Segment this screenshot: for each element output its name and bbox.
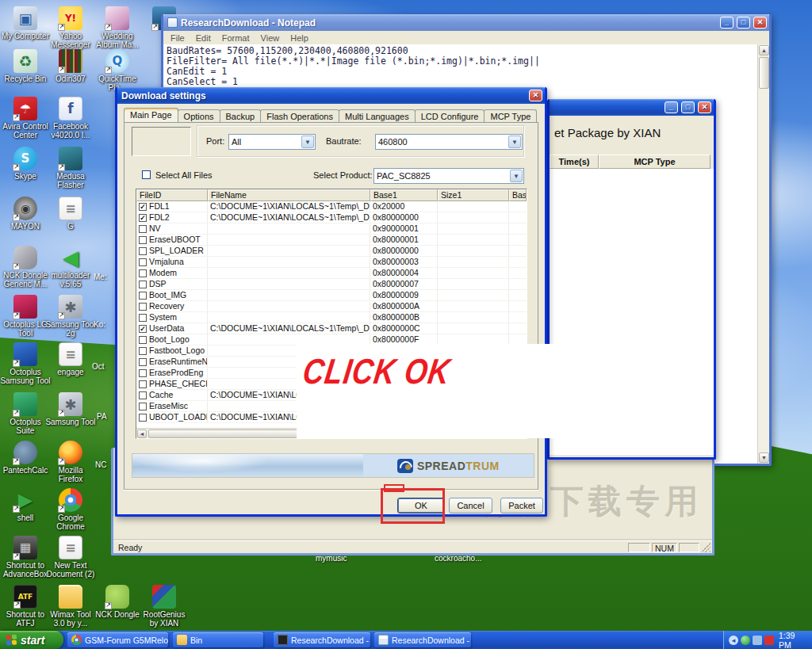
row-checkbox[interactable] — [139, 336, 147, 344]
chevron-down-icon[interactable]: ▼ — [301, 136, 314, 148]
table-row[interactable]: SPL_LOADER0x80000000 — [136, 246, 527, 257]
row-checkbox[interactable]: ✓ — [139, 325, 147, 333]
scroll-left-icon[interactable]: ◄ — [137, 429, 147, 438]
desktop-icon-pantechcalc[interactable]: PantechCalc — [0, 441, 51, 475]
desktop-icon-engage[interactable]: engage — [45, 342, 96, 376]
desktop-icon-samsung-tool-2g[interactable]: Samsung Tool 2g — [45, 295, 96, 338]
tab-lcd-configure[interactable]: LCD Configure — [415, 109, 485, 122]
network-icon[interactable] — [753, 636, 762, 645]
desktop-icon-wimax-tool-3-0-by-y[interactable]: Wimax Tool 3.0 by y... — [45, 585, 96, 628]
row-checkbox[interactable] — [139, 247, 147, 255]
product-combobox[interactable]: PAC_SC8825 ▼ — [373, 168, 524, 184]
menu-view[interactable]: View — [255, 32, 285, 44]
dialog-titlebar[interactable]: Download settings ✕ — [117, 87, 545, 104]
column-header-size1[interactable]: Size1 — [438, 189, 509, 201]
minimize-button[interactable]: _ — [720, 17, 733, 29]
notepad-titlebar[interactable]: ResearchDownload - Notepad _ □ ✕ — [163, 14, 769, 31]
desktop-icon-shortcut-to-atfj[interactable]: Shortcut to ATFJ — [0, 585, 51, 628]
desktop-icon-nck-dongle[interactable]: NCK Dongle — [92, 585, 143, 619]
table-row[interactable]: EraseUBOOT0x80000001 — [136, 235, 527, 246]
minimize-button[interactable]: _ — [665, 101, 678, 113]
row-checkbox[interactable] — [139, 358, 147, 366]
table-row[interactable]: ✓FDL1C:\DOCUME~1\XIAN\LOCALS~1\Temp\_Dow… — [136, 201, 527, 212]
row-checkbox[interactable] — [139, 347, 147, 355]
desktop-icon-multiloader-v-5-65[interactable]: multiloader v.5.65 — [45, 246, 96, 288]
row-checkbox[interactable] — [139, 380, 147, 388]
tab-mcp-type[interactable]: MCP Type — [484, 109, 537, 122]
table-row[interactable]: Recovery0x8000000A — [136, 301, 527, 312]
close-button[interactable]: ✕ — [753, 17, 767, 29]
select-all-checkbox[interactable] — [142, 170, 151, 179]
scroll-thumb[interactable] — [759, 57, 769, 89]
start-button[interactable]: start — [0, 631, 63, 649]
taskbar-button-gsm-forum-g5mrelo[interactable]: GSM-Forum G5MRelo... — [67, 632, 168, 647]
table-row[interactable]: System0x8000000B — [136, 312, 527, 323]
column-header-base2[interactable]: Base2 — [509, 189, 527, 201]
row-checkbox[interactable] — [139, 314, 147, 322]
packet-titlebar[interactable]: _ □ ✕ — [550, 99, 714, 116]
tab-flash-operations[interactable]: Flash Operations — [260, 109, 339, 122]
column-header-filename[interactable]: FileName — [208, 189, 370, 201]
desktop-icon-shell[interactable]: shell — [0, 488, 51, 522]
row-checkbox[interactable] — [139, 303, 147, 311]
table-row[interactable]: ✓FDL2C:\DOCUME~1\XIAN\LOCALS~1\Temp\_Dow… — [136, 212, 527, 223]
packet-button[interactable]: Packet — [500, 498, 543, 513]
row-checkbox[interactable]: ✓ — [139, 214, 147, 222]
taskbar-button-bin[interactable]: Bin — [173, 632, 263, 647]
row-checkbox[interactable] — [139, 269, 147, 277]
alert-icon[interactable] — [764, 636, 774, 645]
packet-column-mcp-type[interactable]: MCP Type — [599, 155, 710, 169]
desktop-icon-samsung-tool[interactable]: Samsung Tool — [45, 392, 96, 426]
desktop-icon-shortcut-to-advancebox[interactable]: Shortcut to AdvanceBox — [0, 536, 51, 578]
hide-chevron-icon[interactable]: ◂ — [729, 636, 738, 645]
menu-help[interactable]: Help — [285, 32, 314, 44]
chevron-down-icon[interactable]: ▼ — [510, 170, 523, 182]
table-row[interactable]: ✓UserDataC:\DOCUME~1\XIAN\LOCALS~1\Temp\… — [136, 323, 527, 334]
desktop-icon-facebook-v4020-0-l[interactable]: Facebook v4020.0 l... — [45, 97, 96, 139]
desktop-icon-recycle-bin[interactable]: Recycle Bin — [0, 49, 51, 83]
column-header-fileid[interactable]: FileID — [136, 189, 208, 201]
close-button[interactable]: ✕ — [698, 101, 711, 113]
desktop-icon-quicktime-pla[interactable]: QuickTime Pla... — [92, 49, 143, 92]
column-header-base1[interactable]: Base1 — [370, 189, 438, 201]
desktop-icon-octoplus-lg-tool[interactable]: Octoplus LG Tool — [0, 295, 51, 338]
maximize-button[interactable]: □ — [681, 101, 695, 113]
row-checkbox[interactable] — [139, 236, 147, 244]
menu-file[interactable]: File — [165, 32, 190, 44]
desktop-icon-wedding-album-ma[interactable]: Wedding Album Ma... — [92, 6, 143, 49]
tab-options[interactable]: Options — [178, 109, 220, 122]
desktop-icon-yahoo-messenger[interactable]: Yahoo Messenger — [45, 6, 96, 49]
packet-column-time-s[interactable]: Time(s) — [550, 155, 599, 169]
tab-multi-languages[interactable]: Multi Languages — [339, 109, 416, 122]
table-row[interactable]: Vmjaluna0x80000003 — [136, 257, 527, 268]
messenger-status-icon[interactable] — [741, 636, 750, 645]
resize-grip[interactable] — [701, 543, 710, 552]
table-row[interactable]: Modem0x80000004 — [136, 268, 527, 279]
table-row[interactable]: DSP0x80000007 — [136, 279, 527, 290]
desktop-icon-new-text-document-2[interactable]: New Text Document (2) — [45, 536, 96, 578]
maximize-button[interactable]: □ — [737, 17, 750, 29]
desktop-icon-rootgenius-by-xian[interactable]: RootGenius by XIAN — [139, 585, 190, 628]
table-row[interactable]: NV0x90000001 — [136, 223, 527, 235]
desktop-icon-octoplus-samsung-tool[interactable]: Octoplus Samsung Tool — [0, 342, 51, 385]
desktop-icon-g[interactable]: G — [45, 197, 96, 231]
row-checkbox[interactable] — [139, 369, 147, 377]
taskbar-button-researchdownload[interactable]: ResearchDownload - ... — [374, 632, 471, 647]
desktop-icon-nck-dongle-generic-m[interactable]: NCK Dongle Generic M... — [0, 246, 51, 288]
row-checkbox[interactable] — [139, 391, 147, 399]
notepad-vscrollbar[interactable]: ▲ ▼ — [757, 44, 769, 464]
scroll-up-icon[interactable]: ▲ — [759, 45, 769, 55]
row-checkbox[interactable] — [139, 292, 147, 300]
desktop-icon-octoplus-suite[interactable]: Octoplus Suite — [0, 392, 51, 435]
desktop-icon-skype[interactable]: Skype — [0, 147, 51, 181]
menu-edit[interactable]: Edit — [190, 32, 216, 44]
desktop-icon-google-chrome[interactable]: Google Chrome — [45, 488, 96, 531]
row-checkbox[interactable]: ✓ — [139, 203, 147, 211]
desktop-icon-mayon[interactable]: MAYON — [0, 197, 51, 231]
menu-format[interactable]: Format — [216, 32, 255, 44]
desktop-icon-my-computer[interactable]: My Computer — [0, 6, 51, 40]
chevron-down-icon[interactable]: ▼ — [508, 136, 521, 148]
tab-main-page[interactable]: Main Page — [124, 108, 178, 122]
baudrate-combobox[interactable]: 460800 ▼ — [375, 134, 523, 150]
row-checkbox[interactable] — [139, 281, 147, 288]
